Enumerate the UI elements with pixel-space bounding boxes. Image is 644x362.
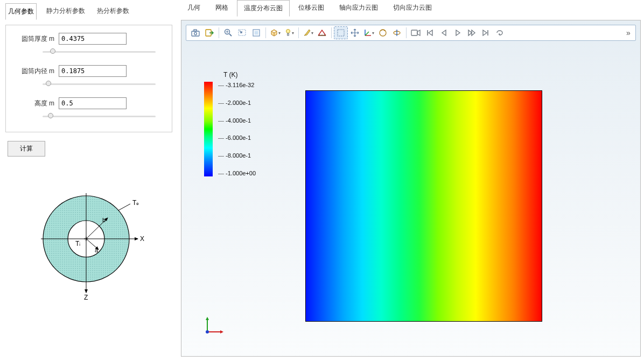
height-input[interactable] [59, 97, 127, 109]
tab-displacement-plot[interactable]: 位移云图 [292, 0, 331, 17]
tab-label: 静力分析参数 [46, 7, 85, 15]
tab-temperature-plot[interactable]: 温度分布云图 [237, 0, 290, 17]
legend-title: T (K) [223, 71, 256, 79]
diagram-Z-label: Z [84, 294, 88, 301]
toolbar-expand-icon[interactable]: » [624, 29, 633, 37]
svg-rect-12 [194, 30, 197, 31]
svg-rect-21 [255, 31, 258, 35]
export-icon[interactable] [202, 26, 216, 39]
tab-thermal-params[interactable]: 热分析参数 [95, 3, 131, 20]
tab-static-params[interactable]: 静力分析参数 [44, 3, 87, 20]
plot-viewer: ▾ ▾ ▾ ▾ » [181, 20, 641, 357]
select-box-icon[interactable] [334, 26, 348, 39]
diagram-b-label: b [102, 217, 106, 223]
tab-geometry[interactable]: 几何 [181, 0, 207, 17]
calculate-button[interactable]: 计算 [8, 141, 45, 157]
svg-rect-28 [338, 30, 344, 36]
zoom-icon[interactable] [221, 26, 235, 39]
tab-label: 轴向应力云图 [339, 4, 378, 11]
inner-radius-input[interactable] [59, 65, 127, 77]
fit-icon[interactable] [249, 26, 263, 39]
svg-point-13 [194, 32, 197, 35]
left-tab-strip: 几何参数 静力分析参数 热分析参数 [5, 3, 172, 20]
tab-geometry-params[interactable]: 几何参数 [5, 3, 37, 20]
tab-label: 网格 [215, 4, 228, 11]
svg-line-16 [229, 34, 232, 36]
legend-tick: -1.000e+00 [218, 170, 256, 176]
orientation-triad [203, 315, 225, 338]
light-icon[interactable]: ▾ [282, 26, 296, 39]
prev-frame-icon[interactable] [437, 26, 451, 39]
play-fwd-icon[interactable] [465, 26, 479, 39]
diagram-Ti-label: Tᵢ [75, 240, 80, 247]
svg-rect-23 [288, 33, 289, 36]
legend-tick: -4.000e-1 [218, 117, 256, 124]
geometry-param-panel: 圆筒厚度 m 圆筒内径 m 高度 m [5, 25, 172, 132]
svg-rect-11 [192, 31, 199, 36]
svg-point-40 [206, 330, 209, 333]
tab-label: 温度分布云图 [244, 4, 283, 12]
tab-label: 热分析参数 [97, 7, 129, 15]
play-icon[interactable] [451, 26, 465, 39]
thickness-input[interactable] [59, 33, 127, 45]
tab-mesh[interactable]: 网格 [209, 0, 235, 17]
legend-tick: -3.116e-32 [218, 82, 256, 88]
tab-label: 几何 [187, 4, 200, 11]
height-slider[interactable] [43, 112, 156, 120]
diagram-a-label: a [95, 247, 99, 253]
last-frame-icon[interactable] [479, 26, 493, 39]
calculate-button-label: 计算 [20, 145, 33, 152]
svg-line-8 [118, 204, 130, 210]
tab-label: 位移云图 [298, 4, 324, 11]
height-label: 高度 m [16, 99, 54, 108]
svg-rect-35 [411, 30, 417, 36]
svg-point-22 [286, 30, 290, 33]
tab-tangential-stress-plot[interactable]: 切向应力云图 [387, 0, 438, 17]
video-camera-icon[interactable] [409, 26, 423, 39]
diagram-X-label: X [140, 235, 144, 243]
geometry-diagram: Tₒ Tᵢ a b X Z [38, 188, 145, 302]
camera-icon[interactable] [188, 26, 202, 39]
tab-axial-stress-plot[interactable]: 轴向应力云图 [333, 0, 384, 17]
first-frame-icon[interactable] [423, 26, 437, 39]
pan-icon[interactable] [348, 26, 362, 39]
orbit-icon[interactable] [376, 26, 390, 39]
legend-tick: -6.000e-1 [218, 134, 256, 141]
temperature-contour-plot [305, 90, 542, 322]
diagram-To-label: Tₒ [132, 199, 139, 207]
thickness-slider[interactable] [43, 48, 156, 55]
inner-radius-slider[interactable] [43, 80, 156, 88]
tab-label: 几何参数 [8, 8, 34, 15]
viewer-toolbar: ▾ ▾ ▾ ▾ » [186, 25, 636, 41]
zoom-box-icon[interactable] [235, 26, 249, 39]
colorbar-legend: T (K) -3.116e-32 -2.000e-1 -4.000e-1 -6.… [204, 71, 256, 176]
legend-tick: -8.000e-1 [218, 152, 256, 159]
inner-radius-label: 圆筒内径 m [16, 67, 54, 76]
svg-line-31 [365, 32, 369, 36]
orbit-constrained-icon[interactable] [390, 26, 404, 39]
colorbar [204, 82, 213, 176]
right-tab-strip: 几何 网格 温度分布云图 位移云图 轴向应力云图 切向应力云图 [181, 0, 641, 17]
ruler-icon[interactable] [315, 26, 329, 39]
legend-tick: -2.000e-1 [218, 100, 256, 106]
loop-icon[interactable] [493, 26, 507, 39]
cube-icon[interactable]: ▾ [268, 26, 282, 39]
thickness-label: 圆筒厚度 m [16, 34, 54, 44]
axes-icon[interactable]: ▾ [362, 26, 376, 39]
svg-point-32 [380, 30, 386, 36]
tab-label: 切向应力云图 [393, 4, 432, 11]
brush-icon[interactable]: ▾ [301, 26, 315, 39]
